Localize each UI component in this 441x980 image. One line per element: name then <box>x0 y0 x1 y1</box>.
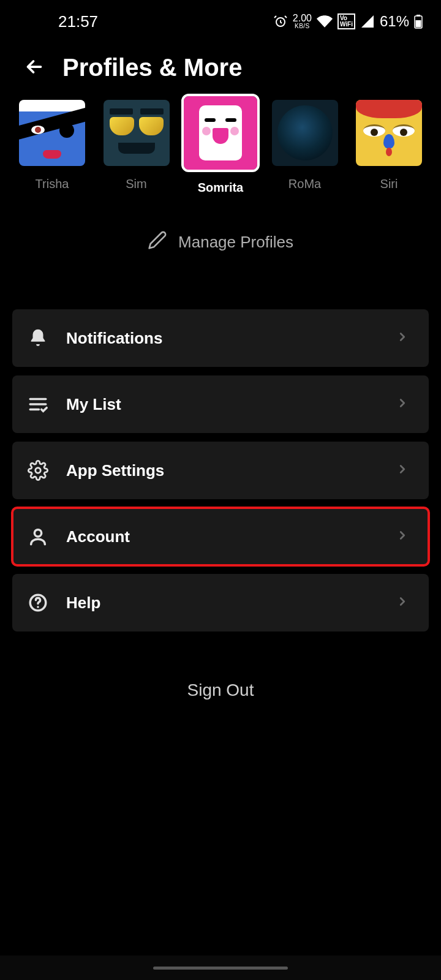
svg-rect-2 <box>417 15 420 17</box>
network-speed: 2.00 KB/S <box>293 13 312 29</box>
menu-account[interactable]: Account <box>12 508 429 565</box>
help-icon <box>27 592 49 614</box>
list-check-icon <box>27 393 49 415</box>
menu-label: My List <box>66 395 379 414</box>
chevron-right-icon <box>396 529 409 545</box>
svg-rect-3 <box>416 20 421 28</box>
menu-app-settings[interactable]: App Settings <box>12 442 429 499</box>
alarm-icon <box>273 14 288 29</box>
wifi-icon <box>317 13 333 29</box>
profile-label: Sim <box>126 177 146 191</box>
avatar <box>184 96 257 170</box>
bell-icon <box>27 327 49 349</box>
user-icon <box>27 526 49 548</box>
avatar <box>104 100 170 166</box>
menu-label: Help <box>66 594 379 612</box>
chevron-right-icon <box>396 330 409 346</box>
manage-profiles-button[interactable]: Manage Profiles <box>0 230 441 254</box>
menu-my-list[interactable]: My List <box>12 375 429 433</box>
profiles-row: Trisha Sim Somrita RoMa Siri <box>0 100 441 195</box>
chevron-right-icon <box>396 396 409 412</box>
system-nav-bar <box>0 956 441 980</box>
profile-siri[interactable]: Siri <box>355 100 423 195</box>
svg-point-4 <box>36 468 41 473</box>
menu-label: App Settings <box>66 461 379 480</box>
avatar <box>272 100 338 166</box>
nav-handle[interactable] <box>153 967 288 970</box>
menu-label: Notifications <box>66 329 379 348</box>
gear-icon <box>27 459 49 481</box>
avatar <box>356 100 422 166</box>
menu-label: Account <box>66 527 379 546</box>
profile-trisha[interactable]: Trisha <box>18 100 86 195</box>
vowifi-indicator: VoWiFi <box>337 13 355 29</box>
menu-list: Notifications My List App Settings Accou… <box>0 309 441 631</box>
chevron-right-icon <box>396 595 409 611</box>
page-title: Profiles & More <box>62 54 242 81</box>
profile-somrita[interactable]: Somrita <box>187 100 254 195</box>
back-arrow-icon[interactable] <box>23 56 45 80</box>
profile-roma[interactable]: RoMa <box>271 100 339 195</box>
status-bar: 21:57 2.00 KB/S VoWiFi 61% <box>0 0 441 43</box>
menu-help[interactable]: Help <box>12 574 429 631</box>
status-right: 2.00 KB/S VoWiFi 61% <box>273 13 423 30</box>
header: Profiles & More <box>0 43 441 100</box>
chevron-right-icon <box>396 462 409 478</box>
manage-profiles-label: Manage Profiles <box>178 233 293 252</box>
status-time: 21:57 <box>58 12 98 31</box>
sign-out-button[interactable]: Sign Out <box>0 680 441 700</box>
profile-label: RoMa <box>288 177 321 191</box>
profile-label: Trisha <box>36 177 69 191</box>
svg-point-5 <box>34 530 41 537</box>
profile-label: Somrita <box>198 181 243 195</box>
battery-percent: 61% <box>380 13 409 30</box>
pencil-icon <box>148 230 167 254</box>
menu-notifications[interactable]: Notifications <box>12 309 429 367</box>
profile-sim[interactable]: Sim <box>103 100 170 195</box>
battery-icon <box>414 14 423 29</box>
avatar <box>19 100 85 166</box>
signal-icon <box>360 14 375 29</box>
profile-label: Siri <box>380 177 398 191</box>
